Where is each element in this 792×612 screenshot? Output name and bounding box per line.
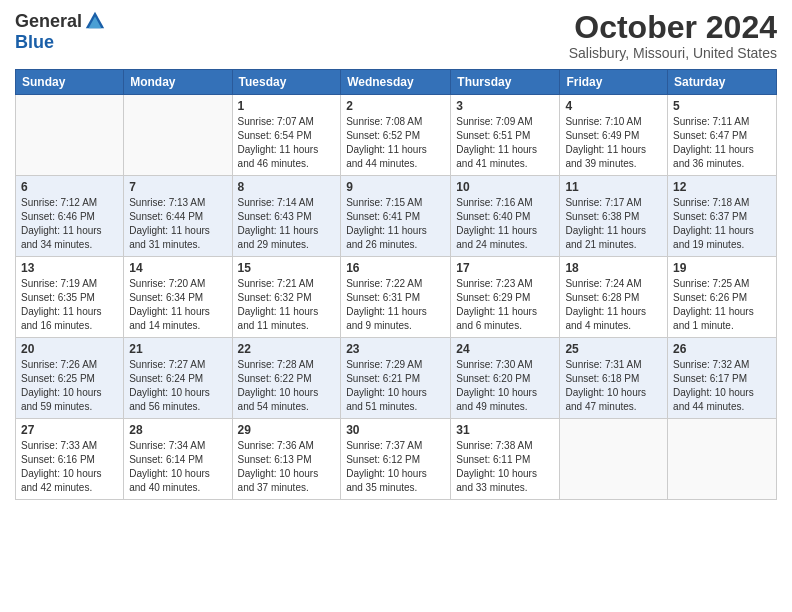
weekday-header-wednesday: Wednesday [341,70,451,95]
calendar-cell: 22Sunrise: 7:28 AMSunset: 6:22 PMDayligh… [232,338,341,419]
calendar-cell: 28Sunrise: 7:34 AMSunset: 6:14 PMDayligh… [124,419,232,500]
day-info: Sunrise: 7:36 AMSunset: 6:13 PMDaylight:… [238,439,336,495]
day-number: 23 [346,342,445,356]
day-number: 10 [456,180,554,194]
calendar-cell: 15Sunrise: 7:21 AMSunset: 6:32 PMDayligh… [232,257,341,338]
day-info: Sunrise: 7:38 AMSunset: 6:11 PMDaylight:… [456,439,554,495]
day-number: 24 [456,342,554,356]
day-info: Sunrise: 7:14 AMSunset: 6:43 PMDaylight:… [238,196,336,252]
calendar-cell [668,419,777,500]
calendar-cell: 20Sunrise: 7:26 AMSunset: 6:25 PMDayligh… [16,338,124,419]
calendar-cell: 12Sunrise: 7:18 AMSunset: 6:37 PMDayligh… [668,176,777,257]
calendar-cell: 1Sunrise: 7:07 AMSunset: 6:54 PMDaylight… [232,95,341,176]
day-info: Sunrise: 7:13 AMSunset: 6:44 PMDaylight:… [129,196,226,252]
month-title: October 2024 [569,10,777,45]
day-number: 13 [21,261,118,275]
day-info: Sunrise: 7:30 AMSunset: 6:20 PMDaylight:… [456,358,554,414]
day-number: 30 [346,423,445,437]
day-info: Sunrise: 7:11 AMSunset: 6:47 PMDaylight:… [673,115,771,171]
day-number: 12 [673,180,771,194]
calendar-cell: 10Sunrise: 7:16 AMSunset: 6:40 PMDayligh… [451,176,560,257]
weekday-header-sunday: Sunday [16,70,124,95]
day-info: Sunrise: 7:28 AMSunset: 6:22 PMDaylight:… [238,358,336,414]
day-info: Sunrise: 7:33 AMSunset: 6:16 PMDaylight:… [21,439,118,495]
calendar-cell: 26Sunrise: 7:32 AMSunset: 6:17 PMDayligh… [668,338,777,419]
logo-blue-text: Blue [15,32,54,52]
day-info: Sunrise: 7:24 AMSunset: 6:28 PMDaylight:… [565,277,662,333]
day-number: 21 [129,342,226,356]
calendar-cell: 14Sunrise: 7:20 AMSunset: 6:34 PMDayligh… [124,257,232,338]
day-info: Sunrise: 7:29 AMSunset: 6:21 PMDaylight:… [346,358,445,414]
day-number: 5 [673,99,771,113]
calendar-cell: 9Sunrise: 7:15 AMSunset: 6:41 PMDaylight… [341,176,451,257]
day-number: 11 [565,180,662,194]
calendar-cell: 3Sunrise: 7:09 AMSunset: 6:51 PMDaylight… [451,95,560,176]
day-info: Sunrise: 7:22 AMSunset: 6:31 PMDaylight:… [346,277,445,333]
day-number: 1 [238,99,336,113]
logo-icon [84,10,106,32]
calendar-table: SundayMondayTuesdayWednesdayThursdayFrid… [15,69,777,500]
calendar-cell: 16Sunrise: 7:22 AMSunset: 6:31 PMDayligh… [341,257,451,338]
day-info: Sunrise: 7:07 AMSunset: 6:54 PMDaylight:… [238,115,336,171]
calendar-cell: 6Sunrise: 7:12 AMSunset: 6:46 PMDaylight… [16,176,124,257]
day-info: Sunrise: 7:34 AMSunset: 6:14 PMDaylight:… [129,439,226,495]
calendar-cell: 31Sunrise: 7:38 AMSunset: 6:11 PMDayligh… [451,419,560,500]
title-area: October 2024 Salisbury, Missouri, United… [569,10,777,61]
header: General Blue October 2024 Salisbury, Mis… [15,10,777,61]
calendar-cell: 11Sunrise: 7:17 AMSunset: 6:38 PMDayligh… [560,176,668,257]
day-number: 20 [21,342,118,356]
day-info: Sunrise: 7:25 AMSunset: 6:26 PMDaylight:… [673,277,771,333]
day-number: 14 [129,261,226,275]
day-info: Sunrise: 7:18 AMSunset: 6:37 PMDaylight:… [673,196,771,252]
calendar-cell: 18Sunrise: 7:24 AMSunset: 6:28 PMDayligh… [560,257,668,338]
day-info: Sunrise: 7:17 AMSunset: 6:38 PMDaylight:… [565,196,662,252]
day-number: 19 [673,261,771,275]
calendar-cell: 25Sunrise: 7:31 AMSunset: 6:18 PMDayligh… [560,338,668,419]
calendar-cell: 30Sunrise: 7:37 AMSunset: 6:12 PMDayligh… [341,419,451,500]
calendar-cell: 5Sunrise: 7:11 AMSunset: 6:47 PMDaylight… [668,95,777,176]
day-number: 27 [21,423,118,437]
calendar-week-row: 13Sunrise: 7:19 AMSunset: 6:35 PMDayligh… [16,257,777,338]
day-number: 31 [456,423,554,437]
day-number: 17 [456,261,554,275]
calendar-cell [16,95,124,176]
calendar-cell: 19Sunrise: 7:25 AMSunset: 6:26 PMDayligh… [668,257,777,338]
day-info: Sunrise: 7:08 AMSunset: 6:52 PMDaylight:… [346,115,445,171]
day-number: 22 [238,342,336,356]
calendar-cell: 7Sunrise: 7:13 AMSunset: 6:44 PMDaylight… [124,176,232,257]
calendar-cell: 24Sunrise: 7:30 AMSunset: 6:20 PMDayligh… [451,338,560,419]
calendar-cell: 21Sunrise: 7:27 AMSunset: 6:24 PMDayligh… [124,338,232,419]
day-info: Sunrise: 7:09 AMSunset: 6:51 PMDaylight:… [456,115,554,171]
calendar-cell [560,419,668,500]
day-info: Sunrise: 7:12 AMSunset: 6:46 PMDaylight:… [21,196,118,252]
day-number: 28 [129,423,226,437]
weekday-header-monday: Monday [124,70,232,95]
day-number: 25 [565,342,662,356]
day-info: Sunrise: 7:26 AMSunset: 6:25 PMDaylight:… [21,358,118,414]
logo-general-text: General [15,11,82,32]
day-info: Sunrise: 7:31 AMSunset: 6:18 PMDaylight:… [565,358,662,414]
day-info: Sunrise: 7:21 AMSunset: 6:32 PMDaylight:… [238,277,336,333]
calendar-cell: 27Sunrise: 7:33 AMSunset: 6:16 PMDayligh… [16,419,124,500]
calendar-cell: 8Sunrise: 7:14 AMSunset: 6:43 PMDaylight… [232,176,341,257]
day-number: 18 [565,261,662,275]
day-number: 26 [673,342,771,356]
day-number: 16 [346,261,445,275]
day-info: Sunrise: 7:23 AMSunset: 6:29 PMDaylight:… [456,277,554,333]
day-info: Sunrise: 7:15 AMSunset: 6:41 PMDaylight:… [346,196,445,252]
day-number: 15 [238,261,336,275]
weekday-header-tuesday: Tuesday [232,70,341,95]
calendar-cell [124,95,232,176]
calendar-cell: 23Sunrise: 7:29 AMSunset: 6:21 PMDayligh… [341,338,451,419]
weekday-header-friday: Friday [560,70,668,95]
day-info: Sunrise: 7:27 AMSunset: 6:24 PMDaylight:… [129,358,226,414]
page: General Blue October 2024 Salisbury, Mis… [0,0,792,612]
day-info: Sunrise: 7:32 AMSunset: 6:17 PMDaylight:… [673,358,771,414]
location: Salisbury, Missouri, United States [569,45,777,61]
day-number: 7 [129,180,226,194]
weekday-header-row: SundayMondayTuesdayWednesdayThursdayFrid… [16,70,777,95]
day-info: Sunrise: 7:37 AMSunset: 6:12 PMDaylight:… [346,439,445,495]
day-info: Sunrise: 7:19 AMSunset: 6:35 PMDaylight:… [21,277,118,333]
calendar-week-row: 27Sunrise: 7:33 AMSunset: 6:16 PMDayligh… [16,419,777,500]
day-info: Sunrise: 7:10 AMSunset: 6:49 PMDaylight:… [565,115,662,171]
